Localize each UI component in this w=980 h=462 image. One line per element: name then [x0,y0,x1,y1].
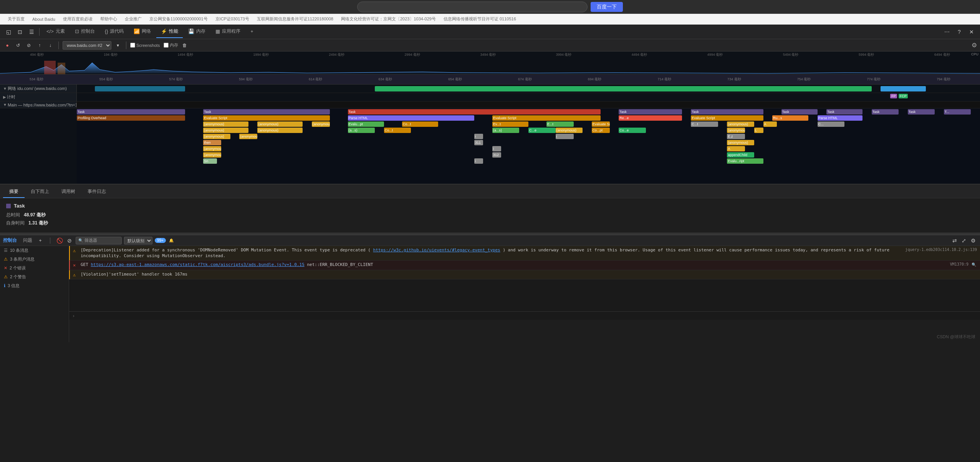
msg-link-2[interactable]: https://s3.ap-east-1.amazonaws.com/stati… [91,262,305,267]
search-source-btn-1[interactable]: 🔍 [971,262,977,268]
sidebar-user-messages[interactable]: ⚠ 3 条用户消息 [0,255,69,264]
task-block-2[interactable]: Task [203,109,329,115]
i-r7[interactable]: i [492,146,502,151]
parse-html-2[interactable]: Parse HTML [818,115,863,121]
nav-link-about-baidu[interactable]: About Baidu [32,17,55,22]
i-block-1[interactable]: i [474,134,483,139]
inspect-element-btn[interactable]: ◱ [3,27,14,37]
ce-1[interactable]: C... [818,121,845,127]
main-expand[interactable]: ▼ [3,103,7,107]
url-dropdown-btn[interactable]: ▾ [114,41,122,50]
problems-tab-label[interactable]: 问题 [23,237,32,244]
task-block-3-red[interactable]: Task [348,109,601,115]
appendchild-block[interactable]: appendChild [727,152,754,158]
sidebar-info[interactable]: ℹ 3 信息 [0,281,69,290]
memory-checkbox[interactable]: 内存 [164,42,178,48]
msg-link-1[interactable]: https://w3c.github.io/uievents/#legacy-e… [373,248,500,253]
search-box[interactable] [357,2,588,12]
tab-summary[interactable]: 摘要 [3,186,25,198]
evaluate-script-2[interactable]: Evaluate Script [492,115,601,121]
nav-link-enterprise[interactable]: 企业推广 [125,16,142,22]
download-btn[interactable]: ↓ [46,41,55,50]
as2-r4[interactable]: (a...s) [492,128,520,133]
nav-link-terms[interactable]: 使用百度前必读 [63,16,93,22]
anon-r4-1[interactable]: (anonymous) [203,128,248,133]
url-select[interactable]: www.baidu.com #2 [63,41,111,50]
eval-t-1[interactable]: Evalu...pt [348,121,384,127]
task-block-5[interactable]: Task [691,109,763,115]
reee-block[interactable]: Re...e [619,115,682,121]
console-prompt-row[interactable]: › [69,311,980,320]
device-mode-btn[interactable]: ⊡ [15,27,25,37]
anon-r5-2[interactable]: (anonymous) [239,134,257,139]
task-block-9[interactable]: Task [908,109,935,115]
ct-1[interactable]: C...t [691,121,718,127]
tab-elements[interactable]: </> 元素 [42,26,70,38]
console-level-select[interactable]: 默认级别 [124,237,152,244]
sidebar-all-messages[interactable]: ☰ 10 条消息 [0,246,69,255]
eval-small-1[interactable]: Evaluate Script [592,121,610,127]
console-filter-toggle[interactable]: ⊘ [66,237,73,244]
tab-bottom-up[interactable]: 自下而上 [25,186,55,198]
flame-chart[interactable]: Task Task Task Task Task Task Task Task … [77,108,980,184]
anon-r4-2[interactable]: (anonymous) [257,128,303,133]
network-expand-arrow[interactable]: ▼ [3,86,7,91]
tab-add[interactable]: + [246,26,258,38]
as-r4[interactable]: (a...s) [348,128,375,133]
console-settings-btn[interactable]: ⚙ [969,237,977,244]
console-tab-label[interactable]: 控制台 [3,237,17,244]
312-block[interactable]: 312 [492,152,502,158]
tab-sources[interactable]: {} 源代码 [100,26,129,38]
parse-html-1[interactable]: Parse HTML [348,115,474,121]
add-console-tab-btn[interactable]: + [36,236,45,245]
anon-block-3[interactable]: (anonymous) [312,121,330,127]
i-block-2[interactable]: i [556,134,574,139]
evalu-script-block[interactable]: Evalu...ript [727,158,763,164]
sidebar-errors[interactable]: ✕ 2 个错误 [0,264,69,273]
msg-source-2[interactable]: VM1370:9 [950,262,968,267]
console-toggle-sidebar[interactable]: ⇄ [951,237,958,244]
baidu-search-button[interactable]: 百度一下 [591,2,623,12]
search-input[interactable] [361,4,583,10]
et-2[interactable]: E...t [546,121,574,127]
a-r7[interactable]: A [727,146,745,151]
task-block-8[interactable]: Task [872,109,899,115]
i-r9[interactable]: i [474,158,483,164]
eval-3[interactable]: Ev...t [492,121,528,127]
l-block[interactable]: L [754,128,763,133]
screenshots-checkbox[interactable]: Screenshots [130,43,160,48]
clear-btn[interactable]: ⊘ [25,41,33,50]
upload-btn[interactable]: ↑ [35,41,44,50]
task-block-7[interactable]: Task [826,109,862,115]
coe-r4[interactable]: Co...e [619,128,646,133]
sn-block[interactable]: Sn [203,158,217,164]
close-devtools-btn[interactable]: ✕ [966,27,977,37]
anon-block-1[interactable]: (anonymous) [203,121,248,127]
evaluate-script-3[interactable]: Evaluate Script [691,115,763,121]
console-clear-btn[interactable]: 🚫 [56,237,63,244]
nav-link-about[interactable]: 关于百度 [8,16,25,22]
drawer-btn[interactable]: ☰ [26,27,37,37]
tab-application[interactable]: ▦ 应用程序 [211,26,245,38]
anon-r7[interactable]: (anonymous) [203,146,221,151]
nav-link-help[interactable]: 帮助中心 [100,16,117,22]
tab-network[interactable]: 📶 网络 [129,26,156,38]
profiling-block[interactable]: Profiling Overhead [77,115,185,121]
co-t-1[interactable]: Co...t [402,121,438,127]
task-block-6[interactable]: Task [781,109,818,115]
network-bar-1[interactable] [95,86,185,91]
tab-console[interactable]: ⊡ 控制台 [70,26,99,38]
a-block-1[interactable]: A [763,121,777,127]
ce-r4[interactable]: C...e [528,128,556,133]
timings-track-content[interactable]: FP FCP [77,93,980,101]
ez-block[interactable]: E.z [727,134,745,139]
anon-r4-4[interactable]: (anonymous) [727,128,745,133]
help-btn[interactable]: ? [954,27,965,37]
console-filter-box[interactable]: 🔍 筛选器 [76,237,122,244]
settings-btn[interactable]: ⚙ [972,42,977,49]
timings-expand[interactable]: ▶ [3,95,6,99]
cop-r4[interactable]: Co...pt [592,128,610,133]
task-block-10[interactable]: T... [944,109,971,115]
anon-r8[interactable]: (anonymous) [203,152,221,158]
co-r4[interactable]: Co...t [384,128,411,133]
